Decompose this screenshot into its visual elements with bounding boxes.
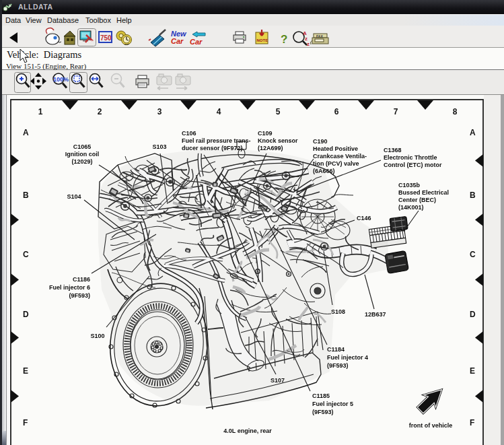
svg-text:F: F (23, 418, 28, 427)
svg-text:1: 1 (38, 107, 43, 116)
svg-text:3: 3 (157, 107, 162, 116)
svg-text:(14K001): (14K001) (398, 204, 424, 211)
svg-text:Ignition coil: Ignition coil (65, 151, 100, 158)
svg-text:Heated Positive: Heated Positive (313, 145, 358, 152)
svg-text:5: 5 (276, 107, 281, 116)
svg-text:C1368: C1368 (384, 147, 402, 153)
svg-text:6: 6 (334, 107, 339, 116)
svg-text:(9F593): (9F593) (69, 292, 90, 299)
svg-text:S107: S107 (271, 377, 285, 384)
svg-text:C1185: C1185 (312, 392, 330, 399)
svg-text:D: D (470, 310, 476, 319)
svg-text:C: C (470, 250, 476, 259)
svg-text:Control (ETC) motor: Control (ETC) motor (384, 162, 442, 168)
svg-text:tion (PCV) valve: tion (PCV) valve (313, 160, 359, 167)
svg-text:S108: S108 (331, 308, 345, 315)
svg-text:D: D (23, 310, 29, 319)
svg-text:Knock sensor: Knock sensor (258, 137, 298, 144)
svg-text:S100: S100 (90, 333, 104, 339)
svg-text:7: 7 (394, 107, 398, 116)
svg-text:2: 2 (98, 107, 102, 116)
svg-text:(6A666): (6A666) (313, 168, 335, 174)
svg-text:front of vehicle: front of vehicle (409, 422, 453, 429)
svg-text:S103: S103 (152, 143, 166, 150)
svg-text:C: C (23, 250, 29, 259)
svg-text:Center (BEC): Center (BEC) (398, 197, 436, 203)
svg-text:C1184: C1184 (327, 346, 345, 353)
svg-text:12B637: 12B637 (365, 311, 386, 318)
svg-text:S104: S104 (67, 193, 81, 200)
svg-text:Fuel rail pressure trans-: Fuel rail pressure trans- (182, 137, 251, 144)
svg-text:ducer sensor (9F972): ducer sensor (9F972) (182, 145, 243, 151)
svg-text:C146: C146 (357, 215, 371, 221)
svg-text:Fuel injector 5: Fuel injector 5 (312, 401, 353, 407)
svg-text:E: E (470, 366, 475, 376)
svg-text:C1186: C1186 (73, 276, 90, 283)
svg-text:A: A (470, 128, 476, 137)
svg-text:(9F593): (9F593) (327, 362, 349, 369)
svg-text:Electronic Throttle: Electronic Throttle (384, 154, 437, 161)
svg-text:C1065: C1065 (73, 143, 92, 150)
svg-text:Fuel injector 6: Fuel injector 6 (49, 284, 90, 291)
svg-text:C1035b: C1035b (398, 182, 421, 189)
svg-text:B: B (23, 191, 29, 200)
svg-text:4.0L engine, rear: 4.0L engine, rear (223, 427, 272, 434)
svg-text:(9F593): (9F593) (312, 409, 334, 415)
svg-text:F: F (470, 418, 474, 427)
svg-text:C106: C106 (182, 130, 196, 137)
svg-text:(12A699): (12A699) (258, 145, 283, 151)
svg-text:Fuel injector 4: Fuel injector 4 (327, 354, 368, 361)
svg-text:A: A (23, 128, 29, 137)
svg-text:8: 8 (453, 107, 458, 116)
svg-text:(12029): (12029) (71, 158, 92, 165)
svg-text:C190: C190 (313, 138, 328, 145)
svg-text:B: B (470, 191, 476, 200)
svg-text:E: E (23, 366, 28, 376)
svg-text:Crankcase Ventila-: Crankcase Ventila- (313, 153, 367, 160)
svg-text:4: 4 (217, 107, 221, 116)
svg-text:C109: C109 (258, 130, 273, 137)
svg-text:Bussed Electrical: Bussed Electrical (398, 189, 449, 196)
